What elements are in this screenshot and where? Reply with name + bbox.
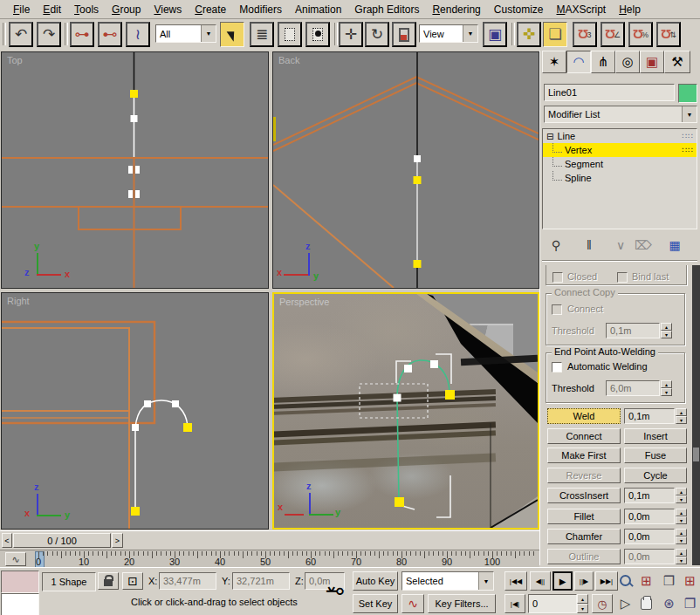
configure-modifier-sets-button[interactable]: ▦ — [664, 236, 685, 255]
current-frame-field[interactable]: 0 — [528, 594, 577, 613]
chevron-down-icon[interactable]: ▼ — [682, 106, 697, 122]
closed-checkbox[interactable] — [552, 272, 563, 283]
spinner-down-icon[interactable]: ▾ — [676, 536, 687, 544]
make-first-button[interactable]: Make First — [547, 448, 621, 463]
redo-button[interactable]: ↷ — [37, 22, 61, 47]
select-and-rotate-button[interactable]: ↻ — [365, 22, 389, 47]
chevron-down-icon[interactable]: ▼ — [201, 25, 216, 42]
viewport-top-label[interactable]: Top — [7, 55, 23, 65]
mini-curve-editor-button[interactable]: ∿ — [5, 552, 26, 566]
viewport-back-label[interactable]: Back — [278, 55, 299, 65]
connect-checkbox[interactable] — [552, 304, 562, 315]
viewport-right[interactable]: Right z y x — [1, 292, 269, 530]
outline-value-field[interactable]: 0,0m — [624, 549, 675, 564]
chevron-down-icon[interactable]: ▼ — [478, 572, 493, 590]
pin-stack-button[interactable]: ⚲ — [546, 236, 566, 255]
outline-button[interactable]: Outline — [547, 549, 621, 564]
menu-customize[interactable]: Customize — [488, 2, 550, 17]
spinner-down-icon[interactable]: ▾ — [661, 388, 672, 396]
timeslider-prev-button[interactable]: < — [2, 533, 12, 548]
vertex[interactable] — [414, 155, 421, 162]
pan-button[interactable] — [636, 593, 656, 613]
object-name-field[interactable]: Line01 — [544, 84, 675, 101]
maxscript-mini-listener-white[interactable] — [1, 593, 39, 615]
key-filter-scope-dropdown[interactable]: Selected ▼ — [401, 571, 494, 591]
menu-edit[interactable]: Edit — [37, 2, 67, 17]
outline-spinner[interactable]: ▴ ▾ — [676, 549, 687, 564]
zoom-extents-button[interactable]: ❒ — [659, 571, 679, 591]
chamfer-button[interactable]: Chamfer — [547, 529, 621, 544]
select-by-name-button[interactable]: ≣ — [250, 22, 274, 47]
viewport-right-label[interactable]: Right — [7, 296, 30, 306]
vertex[interactable] — [132, 424, 139, 431]
vertex[interactable] — [131, 115, 138, 122]
vertex-selected[interactable] — [131, 507, 140, 516]
set-key-button[interactable]: Set Key — [353, 594, 398, 613]
make-unique-button[interactable]: ∨ — [610, 236, 631, 255]
fillet-spinner[interactable]: ▴ ▾ — [676, 509, 687, 524]
tab-modify[interactable]: ◠ — [566, 51, 591, 73]
spinner-down-icon[interactable]: ▾ — [661, 331, 672, 338]
scrollbar-thumb[interactable] — [693, 448, 699, 461]
menu-create[interactable]: Create — [189, 2, 232, 17]
vertex[interactable] — [394, 394, 401, 402]
viewport-perspective-label[interactable]: Perspective — [279, 297, 329, 307]
undo-button[interactable]: ↶ — [9, 22, 33, 47]
collapse-icon[interactable]: ⊟ — [546, 132, 553, 141]
x-coord-field[interactable]: 33,477m — [159, 572, 216, 590]
bind-last-checkbox[interactable] — [617, 272, 628, 283]
weld-button[interactable]: Weld — [547, 408, 621, 424]
snap-3d-button[interactable]: Ω3 — [573, 22, 597, 47]
time-slider-handle[interactable]: 0 / 100 — [13, 533, 111, 548]
stack-item-spline[interactable]: Spline — [543, 171, 697, 185]
spinner-up-icon[interactable]: ▴ — [661, 323, 672, 331]
tab-display[interactable]: ▣ — [640, 51, 664, 73]
fillet-value-field[interactable]: 0,0m — [624, 509, 675, 524]
spinner-down-icon[interactable]: ▾ — [676, 516, 687, 524]
default-tangent-button[interactable]: ∿ — [401, 594, 424, 613]
menu-graph-editors[interactable]: Graph Editors — [348, 2, 425, 17]
track-bar[interactable]: ∿ 0 10 20 30 40 50 60 70 80 90 100 — [0, 550, 539, 568]
insert-button[interactable]: Insert — [624, 428, 687, 444]
connect-button[interactable]: Connect — [547, 428, 621, 444]
key-mode-toggle-button[interactable]: |◀| — [504, 594, 525, 613]
stack-item-vertex[interactable]: Vertex ∷∷ — [543, 143, 697, 157]
spinner-up-icon[interactable]: ▴ — [676, 549, 687, 557]
reverse-button[interactable]: Reverse — [547, 468, 621, 483]
zoom-extents-all-button[interactable]: ⊞ — [680, 571, 700, 591]
menu-animation[interactable]: Animation — [289, 2, 347, 17]
vertex[interactable] — [135, 190, 140, 198]
automatic-welding-checkbox[interactable] — [552, 362, 562, 372]
object-color-swatch[interactable] — [678, 84, 697, 103]
vertex[interactable] — [128, 190, 133, 198]
fuse-button[interactable]: Fuse — [624, 448, 687, 463]
selection-filter-dropdown[interactable]: All ▼ — [155, 24, 216, 43]
selection-lock-button[interactable] — [98, 572, 119, 590]
tab-hierarchy[interactable]: ⋔ — [591, 51, 615, 73]
chevron-down-icon[interactable]: ▼ — [463, 25, 477, 42]
spinner-up-icon[interactable]: ▴ — [676, 509, 687, 516]
angle-snap-button[interactable]: Ω∠ — [600, 22, 625, 47]
field-of-view-button[interactable]: ▷ — [615, 593, 635, 613]
arc-rotate-button[interactable]: ⊛ — [659, 593, 679, 613]
vertex-selected[interactable] — [130, 90, 138, 98]
play-button[interactable]: ▶ — [552, 571, 573, 591]
time-configuration-button[interactable]: ◷ — [592, 594, 613, 613]
go-to-start-button[interactable]: |◀◀ — [504, 571, 527, 591]
vertex[interactable] — [404, 365, 412, 372]
chamfer-spinner[interactable]: ▴ ▾ — [676, 529, 687, 544]
weld-threshold-field[interactable]: 6,0m — [606, 380, 660, 396]
chamfer-value-field[interactable]: 0,0m — [624, 529, 675, 544]
spinner-down-icon[interactable]: ▾ — [577, 604, 588, 613]
previous-frame-button[interactable]: ◀|| — [530, 571, 551, 591]
crossinsert-button[interactable]: CrossInsert — [547, 488, 621, 503]
zoom-button[interactable] — [615, 571, 635, 591]
vertex[interactable] — [128, 166, 133, 174]
stack-item-segment[interactable]: Segment — [543, 157, 697, 171]
spinner-up-icon[interactable]: ▴ — [676, 529, 687, 536]
spinner-down-icon[interactable]: ▾ — [676, 416, 687, 424]
rectangular-selection-button[interactable] — [278, 22, 302, 47]
unlink-selection-button[interactable]: ⊷ — [98, 22, 122, 47]
menu-modifiers[interactable]: Modifiers — [233, 2, 288, 17]
next-frame-button[interactable]: ||▶ — [574, 571, 594, 591]
